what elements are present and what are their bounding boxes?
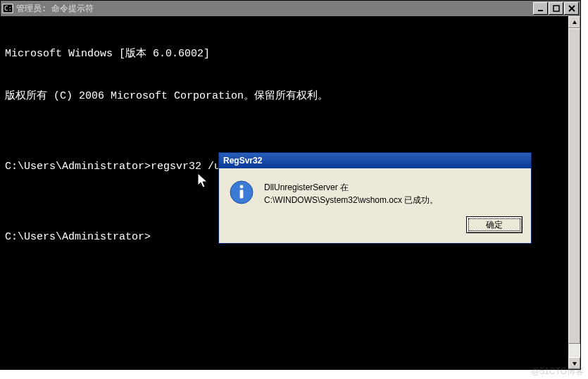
cmd-window-title: 管理员: 命令提示符 <box>16 3 532 15</box>
terminal-line: Microsoft Windows [版本 6.0.6002] <box>5 47 576 61</box>
dialog-message: DllUnregisterServer 在 C:\WINDOWS\System3… <box>264 180 521 206</box>
dialog-body: DllUnregisterServer 在 C:\WINDOWS\System3… <box>219 168 531 213</box>
svg-rect-3 <box>553 6 559 11</box>
dialog-title-bar[interactable]: RegSvr32 <box>219 153 531 168</box>
scroll-up-button[interactable] <box>568 16 580 28</box>
svg-point-6 <box>240 185 244 189</box>
svg-text:C:\: C:\ <box>4 5 13 12</box>
dialog-title-text: RegSvr32 <box>223 156 262 166</box>
svg-rect-7 <box>240 190 244 199</box>
vertical-scrollbar[interactable] <box>568 16 580 369</box>
dialog-message-line: C:\WINDOWS\System32\wshom.ocx 已成功。 <box>264 194 521 206</box>
terminal-line: 版权所有 (C) 2006 Microsoft Corporation。保留所有… <box>5 89 576 104</box>
scroll-down-button[interactable] <box>568 357 580 369</box>
regsvr32-dialog: RegSvr32 DllUnregisterServer 在 C:\WINDOW… <box>218 152 532 244</box>
dialog-message-line: DllUnregisterServer 在 <box>264 181 521 194</box>
svg-rect-2 <box>538 10 543 11</box>
info-icon <box>229 180 254 205</box>
ok-button[interactable]: 确定 <box>466 216 523 233</box>
scroll-thumb[interactable] <box>568 28 580 344</box>
cmd-title-bar[interactable]: C:\ 管理员: 命令提示符 <box>1 1 580 16</box>
cmd-app-icon: C:\ <box>2 3 13 14</box>
close-button[interactable] <box>564 2 579 15</box>
minimize-button[interactable] <box>533 2 548 15</box>
window-controls <box>532 2 579 15</box>
dialog-button-row: 确定 <box>219 213 531 243</box>
scroll-track[interactable] <box>568 28 580 357</box>
maximize-button[interactable] <box>549 2 563 15</box>
